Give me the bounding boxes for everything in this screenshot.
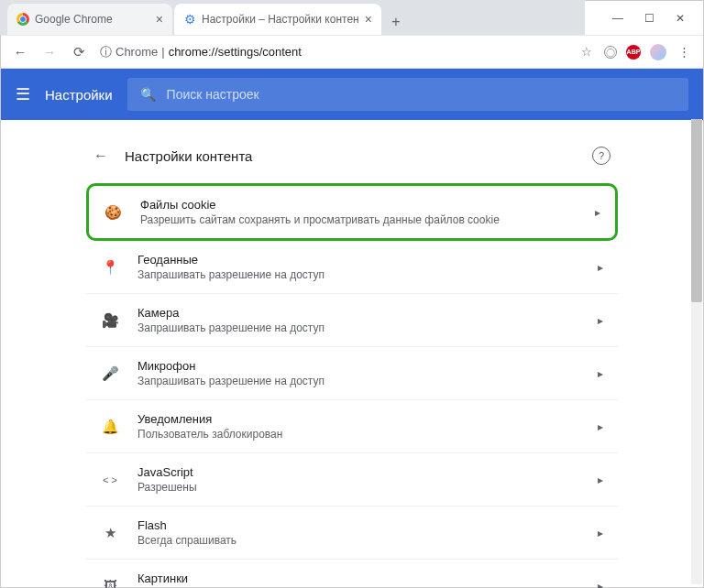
minimize-button[interactable]: — [602,5,633,31]
row-title: Flash [138,518,579,532]
row-text: JavaScriptРазрешены [138,465,579,494]
chrome-logo-icon [16,13,29,26]
tab-google-chrome[interactable]: Google Chrome × [7,4,172,35]
adblock-icon[interactable]: ABP [626,45,641,60]
row-text: КартинкиПоказать все [138,572,579,588]
url-sep: | [161,45,164,59]
setting-row-cookie[interactable]: 🍪Файлы cookieРазрешить сайтам сохранять … [86,183,618,241]
help-icon[interactable]: ? [592,147,610,165]
back-arrow-icon[interactable]: ← [94,147,108,164]
scroll-thumb[interactable] [691,119,702,302]
row-text: КамераЗапрашивать разрешение на доступ [138,306,579,334]
row-subtitle: Пользователь заблокирован [138,428,579,441]
panel-header: ← Настройки контента ? [86,137,618,183]
cookie-icon: 🍪 [104,203,122,222]
menu-icon[interactable]: ⋮ [676,44,692,60]
row-text: Файлы cookieРазрешить сайтам сохранять и… [140,198,577,226]
search-input[interactable]: 🔍 Поиск настроек [127,78,688,111]
new-tab-button[interactable]: + [383,9,409,35]
url-field[interactable]: ⓘ Chrome | chrome://settings/content [100,44,566,60]
row-subtitle: Запрашивать разрешение на доступ [138,321,579,334]
chevron-right-icon: ▸ [598,314,603,327]
chevron-right-icon: ▸ [598,527,603,539]
yandex-icon[interactable]: ◯ [604,46,617,59]
chevron-right-icon: ▸ [598,367,603,380]
chevron-right-icon: ▸ [598,420,603,433]
maximize-button[interactable]: ☐ [633,5,665,31]
close-window-button[interactable]: ✕ [665,5,696,31]
address-bar: ← → ⟳ ⓘ Chrome | chrome://settings/conte… [1,36,703,69]
setting-row-mic[interactable]: 🎤МикрофонЗапрашивать разрешение на досту… [86,347,618,400]
row-text: УведомленияПользователь заблокирован [138,412,579,441]
avatar-icon[interactable] [650,44,666,60]
row-title: Микрофон [138,359,579,373]
row-text: ГеоданныеЗапрашивать разрешение на досту… [138,253,579,281]
setting-row-image[interactable]: 🖼КартинкиПоказать все▸ [86,560,618,588]
row-title: Файлы cookie [140,198,577,212]
settings-panel: ← Настройки контента ? 🍪Файлы cookieРазр… [86,137,618,570]
image-icon: 🖼 [101,577,119,589]
row-title: Картинки [138,572,579,585]
setting-row-bell[interactable]: 🔔УведомленияПользователь заблокирован▸ [86,400,618,453]
chevron-right-icon: ▸ [595,206,600,219]
row-title: Уведомления [138,412,579,426]
close-icon[interactable]: × [156,12,163,27]
code-icon: < > [101,471,119,489]
tab-strip: Google Chrome × ⚙ Настройки – Настройки … [0,0,585,35]
bookmark-icon[interactable]: ☆ [578,44,595,60]
close-icon[interactable]: × [365,12,372,27]
mic-icon: 🎤 [101,365,119,383]
forward-button: → [41,44,58,60]
flash-icon: ★ [101,524,119,542]
hamburger-icon[interactable]: ☰ [16,84,30,104]
row-subtitle: Всегда спрашивать [138,534,579,547]
url-prefix: Chrome [116,45,158,59]
tab-label: Google Chrome [35,13,113,26]
chevron-right-icon: ▸ [598,474,603,486]
setting-row-flash[interactable]: ★FlashВсегда спрашивать▸ [86,506,618,560]
gear-icon: ⚙ [183,13,196,26]
tab-label: Настройки – Настройки контен [202,13,359,26]
setting-row-camera[interactable]: 🎥КамераЗапрашивать разрешение на доступ▸ [86,294,618,347]
app-header: ☰ Настройки 🔍 Поиск настроек [1,69,703,120]
url-path: chrome://settings/content [169,45,302,59]
chevron-right-icon: ▸ [598,580,603,589]
camera-icon: 🎥 [101,311,119,330]
bell-icon: 🔔 [101,418,119,436]
row-title: Камера [138,306,579,320]
row-subtitle: Запрашивать разрешение на доступ [138,375,579,387]
row-text: МикрофонЗапрашивать разрешение на доступ [138,359,579,387]
info-icon: ⓘ [100,44,112,60]
row-subtitle: Разрешены [138,481,579,494]
chevron-right-icon: ▸ [598,261,603,274]
panel-title: Настройки контента [125,148,576,164]
app-title: Настройки [45,87,113,103]
search-placeholder: Поиск настроек [167,87,259,102]
setting-row-location[interactable]: 📍ГеоданныеЗапрашивать разрешение на дост… [86,241,618,294]
toolbar-extensions: ☆ ◯ ABP ⋮ [578,44,692,60]
row-subtitle: Разрешить сайтам сохранять и просматрива… [140,213,577,226]
row-text: FlashВсегда спрашивать [138,518,579,547]
search-icon: 🔍 [140,87,156,102]
setting-row-code[interactable]: < >JavaScriptРазрешены▸ [86,453,618,506]
content-area: ← Настройки контента ? 🍪Файлы cookieРазр… [0,119,704,588]
scrollbar[interactable] [691,119,702,584]
row-subtitle: Запрашивать разрешение на доступ [138,268,579,281]
row-title: JavaScript [138,465,579,479]
tab-settings[interactable]: ⚙ Настройки – Настройки контен × [174,4,381,35]
row-title: Геоданные [138,253,579,267]
back-button[interactable]: ← [12,44,28,60]
reload-button[interactable]: ⟳ [71,44,87,60]
location-icon: 📍 [101,258,119,277]
